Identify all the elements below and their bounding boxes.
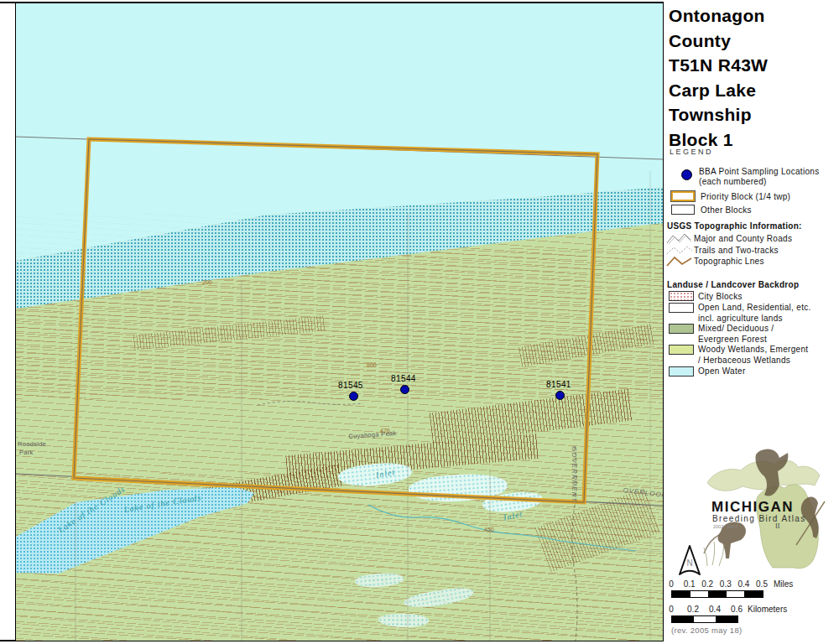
legend-water-label: Open Water	[698, 366, 746, 376]
usgs-heading: USGS Topographic Information:	[667, 221, 802, 231]
bba-point-label: 81545	[338, 381, 363, 390]
map-text-label: OVERLOOK	[623, 486, 664, 499]
legend-city-label: City Blocks	[698, 292, 743, 301]
legend-bba-label: BBA Point Sampling Locations	[699, 167, 819, 176]
page-title: Ontonagon County T51N R43W Carp Lake Tow…	[669, 3, 768, 152]
bba-point-label: 81541	[546, 380, 571, 389]
map-text-label: 200	[202, 279, 212, 285]
forest-swatch	[669, 324, 694, 334]
miles-tick: 0.3	[720, 579, 732, 589]
title-line: Township	[669, 102, 768, 127]
km-tick: 0.4	[709, 605, 721, 614]
map-canvas: 815458154481541Lake of the CloudsLake of…	[15, 3, 664, 641]
miles-tick: 0	[669, 579, 674, 589]
north-arrow-icon: N	[677, 543, 702, 577]
legend-heading: LEGEND	[670, 148, 713, 156]
bba-point-icon	[681, 169, 692, 180]
legend-panel: Ontonagon County T51N R43W Carp Lake Tow…	[664, 0, 839, 644]
km-unit: Kilometers	[748, 605, 787, 614]
wetland-swatch	[669, 345, 694, 355]
title-line: County	[669, 29, 768, 54]
map-text-label: GOVERNMENT	[571, 446, 578, 502]
map-text-label: Park	[19, 449, 34, 456]
bba-point-label: 81544	[391, 374, 416, 383]
map-text-label: 450	[484, 527, 494, 532]
map-text-label: Inlet	[503, 509, 524, 522]
map-text-label: Roadside	[18, 440, 46, 448]
bba-point-marker	[555, 391, 565, 400]
logo-numeral: II	[775, 522, 780, 530]
map-text-label: Lake of the Clouds	[56, 484, 127, 534]
miles-tick: 0.4	[737, 579, 749, 589]
topo-icon	[666, 255, 693, 267]
legend-openland-label: Open Land, Residential, etc.	[698, 303, 811, 312]
other-blocks-swatch	[671, 205, 695, 215]
legend-openland-label2: incl. agriculture lands	[698, 314, 783, 323]
priority-block-swatch	[671, 191, 695, 201]
miles-tick: 0.1	[684, 579, 696, 589]
landuse-heading: Landuse / Landcover Backdrop	[667, 280, 799, 289]
map-text-label: 476	[380, 428, 390, 434]
bba-map-page: 815458154481541Lake of the CloudsLake of…	[0, 0, 839, 644]
legend-roads-label: Major and County Roads	[694, 234, 792, 243]
km-bar	[671, 615, 738, 623]
city-blocks-swatch	[669, 291, 694, 301]
legend-forest-label: Mixed/ Deciduous /	[698, 324, 774, 333]
miles-bar	[671, 590, 763, 598]
miles-tick: 0.5	[756, 579, 768, 589]
grass-strokes	[704, 542, 724, 566]
north-label: N	[686, 558, 692, 568]
km-tick: 0	[669, 605, 674, 614]
km-tick: 0.2	[687, 605, 699, 614]
bba-point-marker	[400, 385, 409, 394]
legend-topo-label: Topographic Lnes	[694, 257, 764, 266]
title-line: Ontonagon	[669, 3, 768, 29]
legend-other-label: Other Blocks	[701, 205, 752, 215]
legend-trails-label: Trails and Two-tracks	[694, 246, 779, 255]
roads-icon	[666, 232, 693, 245]
quail-tail	[704, 535, 719, 553]
miles-tick: 0.2	[701, 579, 713, 589]
legend-bba-label2: (each numbered)	[699, 177, 767, 186]
logo-years: 2002 - 2007	[713, 524, 737, 529]
legend-priority-label: Priority Block (1/4 twp)	[701, 192, 790, 201]
revision-note: (rev. 2005 may 18)	[671, 626, 742, 635]
legend-wetland-label: Woody Wetlands, Emergent	[698, 345, 808, 354]
map-annotations: 815458154481541Lake of the CloudsLake of…	[16, 3, 663, 641]
km-tick: 0.6	[731, 605, 743, 614]
legend-forest-label2: Evergreen Forest	[698, 335, 767, 344]
bba-point-marker	[349, 392, 358, 401]
open-water-swatch	[669, 366, 694, 377]
open-land-swatch	[669, 303, 694, 313]
map-text-label: Lake of the Clouds	[123, 492, 202, 513]
miles-unit: Miles	[774, 579, 793, 589]
title-line: T51N R43W	[669, 53, 768, 78]
legend-wetland-label2: / Herbaceous Wetlands	[698, 356, 790, 365]
logo-title: MICHIGAN	[711, 499, 794, 515]
title-line: Carp Lake	[669, 78, 768, 103]
map-text-label: 800	[367, 362, 377, 368]
logo-subtitle: Breeding Bird Atlas	[712, 514, 806, 523]
map-text-label: Inlet	[375, 467, 396, 480]
